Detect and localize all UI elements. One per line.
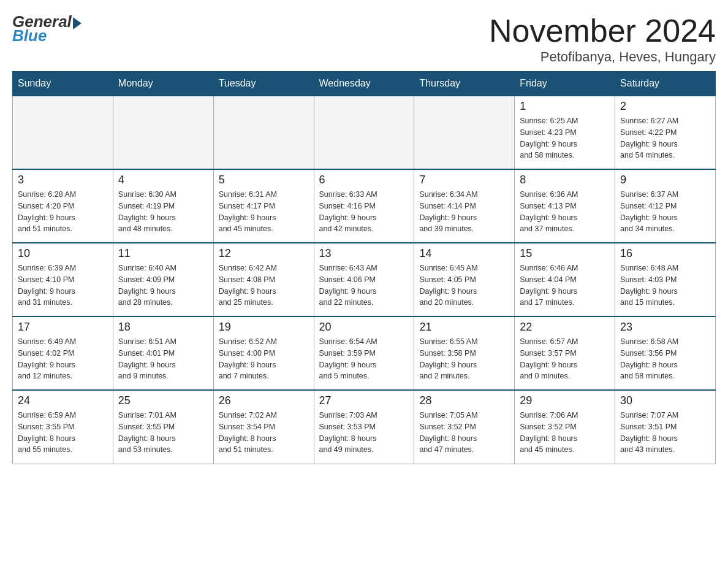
day-info: Sunrise: 6:25 AMSunset: 4:23 PMDaylight:… <box>520 115 610 161</box>
calendar-cell: 20Sunrise: 6:54 AMSunset: 3:59 PMDayligh… <box>314 316 414 390</box>
calendar-cell: 6Sunrise: 6:33 AMSunset: 4:16 PMDaylight… <box>314 169 414 243</box>
calendar-week-row: 24Sunrise: 6:59 AMSunset: 3:55 PMDayligh… <box>13 390 716 464</box>
calendar-cell: 10Sunrise: 6:39 AMSunset: 4:10 PMDayligh… <box>13 243 113 316</box>
day-number: 15 <box>520 247 610 260</box>
day-info: Sunrise: 6:27 AMSunset: 4:22 PMDaylight:… <box>620 115 710 161</box>
day-info: Sunrise: 6:54 AMSunset: 3:59 PMDaylight:… <box>319 336 409 382</box>
calendar-week-row: 1Sunrise: 6:25 AMSunset: 4:23 PMDaylight… <box>13 96 716 169</box>
day-number: 29 <box>520 394 610 407</box>
day-info: Sunrise: 6:49 AMSunset: 4:02 PMDaylight:… <box>18 336 108 382</box>
calendar-cell: 19Sunrise: 6:52 AMSunset: 4:00 PMDayligh… <box>213 316 314 390</box>
calendar-cell: 17Sunrise: 6:49 AMSunset: 4:02 PMDayligh… <box>13 316 113 390</box>
calendar-cell: 5Sunrise: 6:31 AMSunset: 4:17 PMDaylight… <box>213 169 314 243</box>
day-number: 13 <box>319 247 409 260</box>
calendar-cell <box>13 96 113 169</box>
calendar-header-thursday: Thursday <box>414 72 515 96</box>
calendar-cell: 26Sunrise: 7:02 AMSunset: 3:54 PMDayligh… <box>213 390 314 464</box>
calendar-table: SundayMondayTuesdayWednesdayThursdayFrid… <box>12 71 716 464</box>
calendar-cell: 15Sunrise: 6:46 AMSunset: 4:04 PMDayligh… <box>515 243 615 316</box>
calendar-cell: 14Sunrise: 6:45 AMSunset: 4:05 PMDayligh… <box>414 243 515 316</box>
day-info: Sunrise: 6:59 AMSunset: 3:55 PMDaylight:… <box>18 410 108 456</box>
calendar-header-wednesday: Wednesday <box>314 72 414 96</box>
title-section: November 2024 Petofibanya, Heves, Hungar… <box>489 12 716 65</box>
day-number: 28 <box>419 394 509 407</box>
calendar-week-row: 10Sunrise: 6:39 AMSunset: 4:10 PMDayligh… <box>13 243 716 316</box>
day-number: 12 <box>219 247 309 260</box>
calendar-cell: 1Sunrise: 6:25 AMSunset: 4:23 PMDaylight… <box>515 96 615 169</box>
day-info: Sunrise: 6:58 AMSunset: 3:56 PMDaylight:… <box>620 336 710 382</box>
calendar-cell: 13Sunrise: 6:43 AMSunset: 4:06 PMDayligh… <box>314 243 414 316</box>
day-info: Sunrise: 7:05 AMSunset: 3:52 PMDaylight:… <box>419 410 509 456</box>
day-number: 22 <box>520 321 610 334</box>
calendar-header-tuesday: Tuesday <box>213 72 314 96</box>
day-info: Sunrise: 7:07 AMSunset: 3:51 PMDaylight:… <box>620 410 710 456</box>
day-number: 16 <box>620 247 710 260</box>
day-number: 3 <box>18 174 108 186</box>
day-info: Sunrise: 6:33 AMSunset: 4:16 PMDaylight:… <box>319 189 409 235</box>
calendar-header-monday: Monday <box>113 72 213 96</box>
calendar-cell: 27Sunrise: 7:03 AMSunset: 3:53 PMDayligh… <box>314 390 414 464</box>
day-number: 19 <box>219 321 309 334</box>
location-text: Petofibanya, Heves, Hungary <box>489 49 716 65</box>
calendar-cell: 28Sunrise: 7:05 AMSunset: 3:52 PMDayligh… <box>414 390 515 464</box>
calendar-cell: 3Sunrise: 6:28 AMSunset: 4:20 PMDaylight… <box>13 169 113 243</box>
day-info: Sunrise: 6:42 AMSunset: 4:08 PMDaylight:… <box>219 262 309 308</box>
day-info: Sunrise: 6:40 AMSunset: 4:09 PMDaylight:… <box>118 262 208 308</box>
calendar-cell: 9Sunrise: 6:37 AMSunset: 4:12 PMDaylight… <box>615 169 716 243</box>
day-number: 6 <box>319 174 409 186</box>
month-year-heading: November 2024 <box>489 12 716 49</box>
calendar-cell: 22Sunrise: 6:57 AMSunset: 3:57 PMDayligh… <box>515 316 615 390</box>
day-info: Sunrise: 6:51 AMSunset: 4:01 PMDaylight:… <box>118 336 208 382</box>
logo-blue-text: Blue <box>12 26 47 45</box>
day-number: 26 <box>219 394 309 407</box>
calendar-cell: 24Sunrise: 6:59 AMSunset: 3:55 PMDayligh… <box>13 390 113 464</box>
day-number: 8 <box>520 174 610 186</box>
calendar-cell: 25Sunrise: 7:01 AMSunset: 3:55 PMDayligh… <box>113 390 213 464</box>
day-info: Sunrise: 6:39 AMSunset: 4:10 PMDaylight:… <box>18 262 108 308</box>
day-info: Sunrise: 6:46 AMSunset: 4:04 PMDaylight:… <box>520 262 610 308</box>
day-info: Sunrise: 6:37 AMSunset: 4:12 PMDaylight:… <box>620 189 710 235</box>
day-info: Sunrise: 7:06 AMSunset: 3:52 PMDaylight:… <box>520 410 610 456</box>
calendar-cell: 2Sunrise: 6:27 AMSunset: 4:22 PMDaylight… <box>615 96 716 169</box>
day-number: 1 <box>520 100 610 113</box>
day-number: 25 <box>118 394 208 407</box>
calendar-cell <box>113 96 213 169</box>
day-number: 21 <box>419 321 509 334</box>
day-number: 18 <box>118 321 208 334</box>
calendar-cell: 18Sunrise: 6:51 AMSunset: 4:01 PMDayligh… <box>113 316 213 390</box>
calendar-cell <box>414 96 515 169</box>
day-info: Sunrise: 7:01 AMSunset: 3:55 PMDaylight:… <box>118 410 208 456</box>
calendar-cell: 11Sunrise: 6:40 AMSunset: 4:09 PMDayligh… <box>113 243 213 316</box>
calendar-cell <box>314 96 414 169</box>
day-info: Sunrise: 6:31 AMSunset: 4:17 PMDaylight:… <box>219 189 309 235</box>
day-number: 17 <box>18 321 108 334</box>
day-info: Sunrise: 6:45 AMSunset: 4:05 PMDaylight:… <box>419 262 509 308</box>
day-number: 27 <box>319 394 409 407</box>
calendar-cell: 8Sunrise: 6:36 AMSunset: 4:13 PMDaylight… <box>515 169 615 243</box>
day-number: 2 <box>620 100 710 113</box>
day-number: 24 <box>18 394 108 407</box>
calendar-cell: 16Sunrise: 6:48 AMSunset: 4:03 PMDayligh… <box>615 243 716 316</box>
calendar-cell: 4Sunrise: 6:30 AMSunset: 4:19 PMDaylight… <box>113 169 213 243</box>
calendar-cell: 23Sunrise: 6:58 AMSunset: 3:56 PMDayligh… <box>615 316 716 390</box>
logo-arrow-icon <box>73 17 82 29</box>
day-number: 14 <box>419 247 509 260</box>
day-info: Sunrise: 6:43 AMSunset: 4:06 PMDaylight:… <box>319 262 409 308</box>
logo: General Blue <box>12 12 82 45</box>
page-header: General Blue November 2024 Petofibanya, … <box>12 12 716 65</box>
day-number: 4 <box>118 174 208 186</box>
calendar-cell: 7Sunrise: 6:34 AMSunset: 4:14 PMDaylight… <box>414 169 515 243</box>
day-info: Sunrise: 6:36 AMSunset: 4:13 PMDaylight:… <box>520 189 610 235</box>
day-number: 9 <box>620 174 710 186</box>
calendar-week-row: 17Sunrise: 6:49 AMSunset: 4:02 PMDayligh… <box>13 316 716 390</box>
day-info: Sunrise: 6:52 AMSunset: 4:00 PMDaylight:… <box>219 336 309 382</box>
day-info: Sunrise: 6:34 AMSunset: 4:14 PMDaylight:… <box>419 189 509 235</box>
calendar-cell: 29Sunrise: 7:06 AMSunset: 3:52 PMDayligh… <box>515 390 615 464</box>
day-info: Sunrise: 6:28 AMSunset: 4:20 PMDaylight:… <box>18 189 108 235</box>
day-number: 30 <box>620 394 710 407</box>
calendar-header-row: SundayMondayTuesdayWednesdayThursdayFrid… <box>13 72 716 96</box>
day-number: 7 <box>419 174 509 186</box>
day-info: Sunrise: 7:03 AMSunset: 3:53 PMDaylight:… <box>319 410 409 456</box>
day-info: Sunrise: 6:55 AMSunset: 3:58 PMDaylight:… <box>419 336 509 382</box>
day-number: 20 <box>319 321 409 334</box>
